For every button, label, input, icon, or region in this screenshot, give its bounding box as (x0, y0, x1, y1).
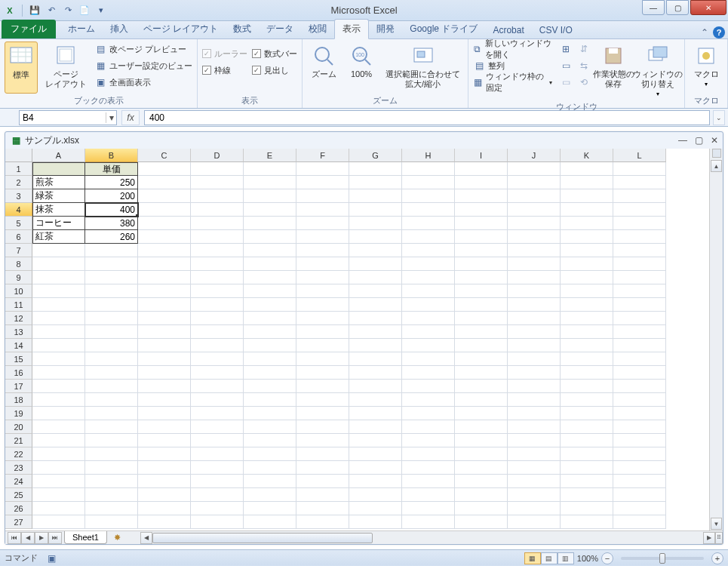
cell-F2[interactable] (296, 176, 349, 189)
cell-G2[interactable] (349, 176, 402, 189)
page-break-status-button[interactable]: ▥ (558, 552, 574, 564)
cell-J6[interactable] (508, 230, 561, 244)
fill-handle[interactable] (136, 214, 138, 217)
cell-J26[interactable] (508, 502, 561, 515)
cell-H20[interactable] (402, 420, 455, 434)
cell-I12[interactable] (455, 312, 508, 325)
cell-E4[interactable] (244, 203, 296, 217)
cell-F21[interactable] (296, 434, 349, 447)
cell-G18[interactable] (349, 393, 402, 407)
cell-B7[interactable] (85, 244, 138, 257)
cell-A7[interactable] (32, 244, 85, 257)
row-header[interactable]: 21 (5, 434, 32, 447)
cell-C23[interactable] (138, 461, 191, 475)
cell-L10[interactable] (613, 284, 666, 298)
cell-J5[interactable] (508, 217, 561, 230)
cell-G27[interactable] (349, 515, 402, 529)
row-header[interactable]: 25 (5, 488, 32, 502)
undo-icon[interactable]: ↶ (45, 4, 58, 17)
cell-C9[interactable] (138, 271, 191, 284)
page-layout-status-button[interactable]: ▤ (541, 552, 558, 564)
freeze-panes-button[interactable]: ▦ウィンドウ枠の固定▾ (473, 75, 552, 90)
cell-J27[interactable] (508, 515, 561, 529)
row-header[interactable]: 6 (5, 230, 32, 244)
tab-csv-io[interactable]: CSV I/O (532, 22, 580, 38)
row-header[interactable]: 2 (5, 176, 32, 189)
horizontal-scrollbar[interactable]: ◀ ▶ ⠿ (140, 532, 723, 544)
cell-E3[interactable] (244, 189, 296, 203)
cell-D25[interactable] (191, 488, 244, 502)
cell-K5[interactable] (561, 217, 613, 230)
cell-C22[interactable] (138, 447, 191, 461)
cell-G19[interactable] (349, 407, 402, 420)
cell-F1[interactable] (296, 162, 349, 176)
cell-C4[interactable] (138, 203, 191, 217)
cell-B5[interactable]: 380 (85, 217, 138, 230)
cell-G12[interactable] (349, 312, 402, 325)
cell-F15[interactable] (296, 352, 349, 366)
cell-H2[interactable] (402, 176, 455, 189)
cell-J20[interactable] (508, 420, 561, 434)
save-icon[interactable]: 💾 (28, 4, 41, 17)
cell-G11[interactable] (349, 298, 402, 312)
cell-G26[interactable] (349, 502, 402, 515)
cell-J2[interactable] (508, 176, 561, 189)
column-header[interactable]: F (296, 149, 349, 162)
column-header[interactable]: I (455, 149, 508, 162)
row-header[interactable]: 8 (5, 257, 32, 271)
cell-L3[interactable] (613, 189, 666, 203)
cell-J3[interactable] (508, 189, 561, 203)
switch-windows-button[interactable]: ウィンドウの 切り替え ▾ (637, 42, 680, 100)
cell-I8[interactable] (455, 257, 508, 271)
cell-G3[interactable] (349, 189, 402, 203)
cell-I3[interactable] (455, 189, 508, 203)
cell-C19[interactable] (138, 407, 191, 420)
cell-C24[interactable] (138, 475, 191, 488)
cell-B4[interactable]: 400 (85, 203, 138, 217)
ruler-checkbox[interactable] (202, 49, 211, 58)
cell-D8[interactable] (191, 257, 244, 271)
cell-E21[interactable] (244, 434, 296, 447)
cell-E20[interactable] (244, 420, 296, 434)
cell-L1[interactable] (613, 162, 666, 176)
cell-B25[interactable] (85, 488, 138, 502)
cell-F4[interactable] (296, 203, 349, 217)
scroll-left-button[interactable]: ◀ (140, 532, 152, 544)
cell-I11[interactable] (455, 298, 508, 312)
cell-A16[interactable] (32, 366, 85, 380)
cell-J4[interactable] (508, 203, 561, 217)
row-header[interactable]: 22 (5, 447, 32, 461)
zoom-selection-button[interactable]: 選択範囲に合わせて 拡大/縮小 (382, 42, 463, 94)
cell-H11[interactable] (402, 298, 455, 312)
gridlines-checkbox[interactable] (202, 66, 211, 75)
cell-G14[interactable] (349, 339, 402, 352)
zoom-button[interactable]: ズーム (307, 42, 340, 94)
cell-G16[interactable] (349, 366, 402, 380)
cell-J10[interactable] (508, 284, 561, 298)
cell-E17[interactable] (244, 380, 296, 393)
grid[interactable]: ABCDEFGHIJKL 123456789101112131415161718… (5, 149, 709, 530)
cell-A9[interactable] (32, 271, 85, 284)
cell-F27[interactable] (296, 515, 349, 529)
cell-H15[interactable] (402, 352, 455, 366)
scroll-right-button[interactable]: ▶ (703, 532, 715, 544)
cell-I7[interactable] (455, 244, 508, 257)
cell-I22[interactable] (455, 447, 508, 461)
cell-G4[interactable] (349, 203, 402, 217)
column-header[interactable]: L (613, 149, 666, 162)
cell-F17[interactable] (296, 380, 349, 393)
cell-E27[interactable] (244, 515, 296, 529)
cell-J25[interactable] (508, 488, 561, 502)
cell-L15[interactable] (613, 352, 666, 366)
cell-B3[interactable]: 200 (85, 189, 138, 203)
cell-L14[interactable] (613, 339, 666, 352)
cell-L27[interactable] (613, 515, 666, 529)
cell-E2[interactable] (244, 176, 296, 189)
macro-button[interactable]: マクロ ▾ (690, 42, 723, 94)
cell-H12[interactable] (402, 312, 455, 325)
ribbon-collapse-icon[interactable]: ⌃ (701, 27, 708, 38)
cell-K26[interactable] (561, 502, 613, 515)
cell-K4[interactable] (561, 203, 613, 217)
cell-L4[interactable] (613, 203, 666, 217)
cell-K8[interactable] (561, 257, 613, 271)
